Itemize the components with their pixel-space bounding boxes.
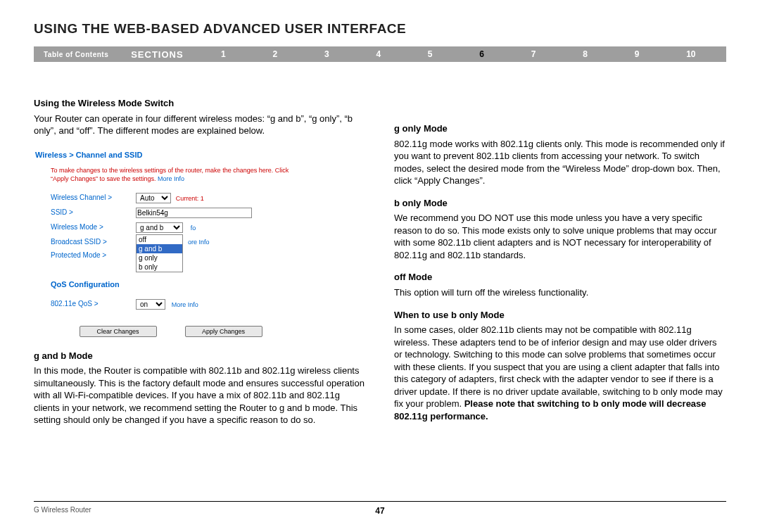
section-1[interactable]: 1 <box>217 49 230 59</box>
apply-changes-button[interactable]: Apply Changes <box>185 326 262 337</box>
input-ssid[interactable] <box>136 208 252 218</box>
label-qos[interactable]: 802.11e QoS > <box>51 300 99 308</box>
heading-g-only: g only Mode <box>394 122 726 135</box>
section-5[interactable]: 5 <box>424 49 437 59</box>
label-ssid[interactable]: SSID > <box>51 208 73 216</box>
select-qos[interactable]: on <box>136 299 165 310</box>
paragraph-when-b-only: In some cases, older 802.11b clients may… <box>394 324 726 422</box>
heading-b-only: b only Mode <box>394 197 726 210</box>
paragraph-g-only: 802.11g mode works with 802.11g clients … <box>394 138 726 187</box>
toc-link[interactable]: Table of Contents <box>34 51 118 58</box>
page-footer: G Wireless Router 47 <box>34 501 726 514</box>
router-screenshot: Wireless > Channel and SSID To make chan… <box>35 150 306 337</box>
left-column: Using the Wireless Mode Switch Your Rout… <box>34 97 366 433</box>
label-broadcast-ssid[interactable]: Broadcast SSID > <box>51 238 107 246</box>
paragraph-off: This option will turn off the wireless f… <box>394 286 726 299</box>
select-wireless-channel[interactable]: Auto <box>136 193 171 203</box>
section-navbar: Table of Contents SECTIONS 1 2 3 4 5 6 7… <box>34 46 726 62</box>
option-b-only[interactable]: b only <box>137 262 182 272</box>
shot-note: To make changes to the wireless settings… <box>51 167 306 183</box>
section-9[interactable]: 9 <box>631 49 644 59</box>
heading-g-and-b: g and b Mode <box>34 350 366 362</box>
breadcrumb[interactable]: Wireless > Channel and SSID <box>35 150 306 160</box>
section-6[interactable]: 6 <box>475 49 488 59</box>
page-number: 47 <box>375 506 384 516</box>
paragraph-b-only: We recommend you DO NOT use this mode un… <box>394 212 726 261</box>
option-off[interactable]: off <box>137 235 182 244</box>
heading-mode-switch: Using the Wireless Mode Switch <box>34 97 366 110</box>
more-info-mode[interactable]: fo <box>191 224 196 232</box>
more-info-qos[interactable]: More Info <box>172 301 198 308</box>
more-info-link[interactable]: More Info <box>158 175 184 182</box>
right-column: g only Mode 802.11g mode works with 802.… <box>394 97 726 433</box>
label-wireless-channel[interactable]: Wireless Channel > <box>51 194 112 201</box>
option-g-only[interactable]: g only <box>137 253 182 262</box>
section-3[interactable]: 3 <box>320 49 334 59</box>
current-channel-text: Current: 1 <box>176 195 204 202</box>
section-4[interactable]: 4 <box>372 49 385 59</box>
heading-when-b-only: When to use b only Mode <box>394 309 726 322</box>
footer-product: G Wireless Router <box>34 506 91 514</box>
dropdown-list-wireless-mode[interactable]: off g and b g only b only <box>136 234 183 272</box>
heading-qos: QoS Configuration <box>51 279 306 290</box>
option-g-and-b[interactable]: g and b <box>137 244 182 253</box>
page-title: USING THE WEB-BASED ADVANCED USER INTERF… <box>34 21 726 37</box>
clear-changes-button[interactable]: Clear Changes <box>80 326 157 337</box>
select-wireless-mode[interactable]: g and b off g and b g only b only <box>136 224 185 232</box>
paragraph-g-and-b: In this mode, the Router is compatible w… <box>34 365 366 426</box>
section-8[interactable]: 8 <box>578 49 592 59</box>
label-wireless-mode[interactable]: Wireless Mode > <box>51 223 103 231</box>
section-2[interactable]: 2 <box>269 49 282 59</box>
heading-off: off Mode <box>394 271 726 284</box>
section-numbers: 1 2 3 4 5 6 7 8 9 10 <box>198 49 726 59</box>
label-protected-mode[interactable]: Protected Mode > <box>51 251 106 259</box>
intro-paragraph: Your Router can operate in four differen… <box>34 113 366 137</box>
section-7[interactable]: 7 <box>527 49 540 59</box>
more-info-broadcast[interactable]: ore Info <box>188 239 210 246</box>
sections-label: SECTIONS <box>118 49 197 60</box>
when-b-only-text: In some cases, older 802.11b clients may… <box>394 324 723 409</box>
section-10[interactable]: 10 <box>682 49 699 59</box>
